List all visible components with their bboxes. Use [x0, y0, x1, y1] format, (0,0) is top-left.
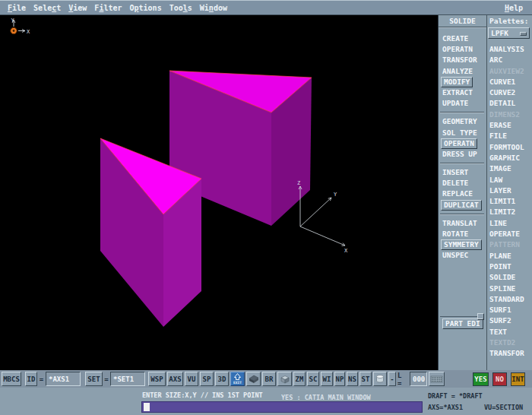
shaded-box-icon-button[interactable]: [277, 372, 292, 386]
viewport-canvas[interactable]: YXZYX: [0, 15, 438, 370]
palette-item-law[interactable]: LAW: [489, 175, 532, 185]
menu-window[interactable]: Window: [200, 4, 227, 12]
triad-x-label: X: [344, 248, 348, 254]
statusbar: ENTER SIZE:X,Y // INS 1ST POINT YES : CA…: [0, 388, 532, 415]
menu-tools[interactable]: Tools: [169, 4, 192, 12]
solide-group: CREATEOPERATNTRANSFORANALYZEMODIFYEXTRAC…: [439, 33, 486, 109]
palette-item-image[interactable]: IMAGE: [489, 163, 532, 174]
menu-filter[interactable]: Filter: [94, 4, 122, 12]
solide-item-replace[interactable]: REPLACE: [439, 188, 486, 199]
solide-item-rotate[interactable]: ROTATE: [439, 229, 486, 239]
part-edi-button[interactable]: PART EDI: [442, 318, 483, 329]
zm-button[interactable]: ZM: [293, 372, 306, 386]
solide-item-duplicat[interactable]: DUPLICAT: [441, 200, 482, 211]
3d-button[interactable]: 3D: [215, 372, 229, 386]
palette-item-text[interactable]: TEXT: [489, 327, 532, 337]
palette-item-solide[interactable]: SOLIDE: [489, 272, 532, 283]
sc-button[interactable]: SC: [307, 372, 319, 386]
menu-options[interactable]: Options: [130, 4, 162, 12]
yes-flag-button[interactable]: YES: [473, 372, 489, 386]
solide-menu-title: SOLIDE: [439, 17, 486, 25]
palette-item-surf2[interactable]: SURF2: [489, 315, 532, 326]
palette-item-detail[interactable]: DETAIL: [489, 98, 532, 109]
palette-item-analysis[interactable]: ANALYSIS: [489, 44, 532, 55]
svg-text:EXIT: EXIT: [233, 381, 242, 385]
menu-file[interactable]: File: [8, 4, 26, 12]
palette-item-limit2[interactable]: LIMIT2: [489, 207, 532, 217]
solide-item-operatn[interactable]: OPERATN: [439, 44, 486, 55]
palette-item-arc[interactable]: ARC: [489, 55, 532, 65]
minus-button[interactable]: -: [388, 372, 396, 386]
menubar: FileSelectViewFilterOptionsToolsWindowHe…: [0, 0, 532, 15]
text-cursor: [144, 403, 150, 411]
palette-dropdown[interactable]: LPFK: [488, 27, 530, 39]
ns-button[interactable]: NS: [347, 372, 358, 386]
solide-item-operatn[interactable]: OPERATN: [441, 138, 477, 149]
group-divider: [440, 112, 484, 113]
solide-item-dress-up[interactable]: DRESS UP: [439, 149, 486, 160]
solide-item-modify[interactable]: MODIFY: [441, 77, 473, 87]
solide-item-analyze[interactable]: ANALYZE: [439, 66, 486, 77]
plotter-icon-button[interactable]: [246, 372, 261, 386]
cylinder-icon-button[interactable]: [373, 372, 387, 386]
solide-item-geometry[interactable]: GEOMETRY: [439, 116, 486, 127]
palette-item-file[interactable]: FILE: [489, 131, 532, 141]
palette-item-pattern: PATTERN: [489, 239, 532, 250]
solide-item-unspec[interactable]: UNSPEC: [439, 250, 486, 261]
solide-item-insert[interactable]: INSERT: [439, 167, 486, 178]
command-input[interactable]: [141, 401, 423, 413]
wi-button[interactable]: WI: [321, 372, 333, 386]
palette-item-point[interactable]: POINT: [489, 261, 532, 272]
palette-item-graphic[interactable]: GRAPHIC: [489, 153, 532, 163]
solide-item-extract[interactable]: EXTRACT: [439, 87, 486, 98]
axs-button[interactable]: AXS: [167, 372, 183, 386]
solide-item-delete[interactable]: DELETE: [439, 178, 486, 188]
menu-view[interactable]: View: [68, 4, 87, 12]
no-flag-button[interactable]: NO: [492, 372, 507, 386]
id-field[interactable]: *AXS1: [46, 372, 81, 386]
st-button[interactable]: ST: [359, 372, 372, 386]
id-equals: =: [39, 372, 44, 386]
sp-button[interactable]: SP: [200, 372, 214, 386]
solide-item-transfor[interactable]: TRANSFOR: [439, 55, 486, 65]
solide-group: TRANSLATROTATESYMMETRYUNSPEC: [439, 218, 486, 261]
menu-select[interactable]: Select: [33, 4, 61, 12]
group-divider: [440, 214, 484, 215]
palette-item-layer[interactable]: LAYER: [489, 185, 532, 196]
triad-y-label: Y: [334, 192, 337, 198]
palette-item-standard[interactable]: STANDARD: [489, 294, 532, 305]
palette-item-spline[interactable]: SPLINE: [489, 284, 532, 294]
solide-item-update[interactable]: UPDATE: [439, 98, 486, 109]
bottom-toolbar: MBCSID=*AXS1SET=*SET1WSPAXSVUSP3DEXITBRZ…: [0, 370, 532, 388]
exit-button[interactable]: EXIT: [230, 372, 245, 386]
br-button[interactable]: BR: [262, 372, 276, 386]
int-flag-button[interactable]: INT: [511, 372, 525, 386]
keypad-icon-button[interactable]: [429, 372, 445, 386]
palette-item-transfor[interactable]: TRANSFOR: [489, 348, 532, 359]
dropdown-arrow-icon: [520, 32, 527, 36]
set-field[interactable]: *SET1: [110, 372, 145, 386]
palette-item-plane[interactable]: PLANE: [489, 251, 532, 261]
mbcs-button[interactable]: MBCS: [2, 372, 21, 386]
palette-item-erase[interactable]: ERASE: [489, 120, 532, 131]
solide-item-translat[interactable]: TRANSLAT: [439, 218, 486, 229]
solide-item-create[interactable]: CREATE: [439, 33, 486, 44]
part-edi-separator: [440, 316, 481, 317]
palette-item-surf1[interactable]: SURF1: [489, 305, 532, 315]
palette-item-curve2[interactable]: CURVE2: [489, 87, 532, 98]
wsp-button[interactable]: WSP: [148, 372, 166, 386]
menu-help[interactable]: Help: [505, 4, 523, 12]
palette-item-line[interactable]: LINE: [489, 218, 532, 229]
palette-item-operate[interactable]: OPERATE: [489, 229, 532, 239]
set-equals: =: [104, 372, 109, 386]
palette-item-formtool[interactable]: FORMTOOL: [489, 142, 532, 153]
l-field[interactable]: 000: [410, 372, 427, 386]
palette-item-curve1[interactable]: CURVE1: [489, 77, 532, 87]
solide-item-sol-type[interactable]: SOL TYPE: [439, 128, 486, 138]
np-button[interactable]: NP: [334, 372, 345, 386]
vu-button[interactable]: VU: [185, 372, 198, 386]
right-panel: SOLIDE CREATEOPERATNTRANSFORANALYZEMODIF…: [438, 15, 532, 370]
palette-item-limit1[interactable]: LIMIT1: [489, 196, 532, 207]
corner-axis-icon: YX: [11, 17, 30, 35]
solide-item-symmetry[interactable]: SYMMETRY: [441, 239, 482, 250]
